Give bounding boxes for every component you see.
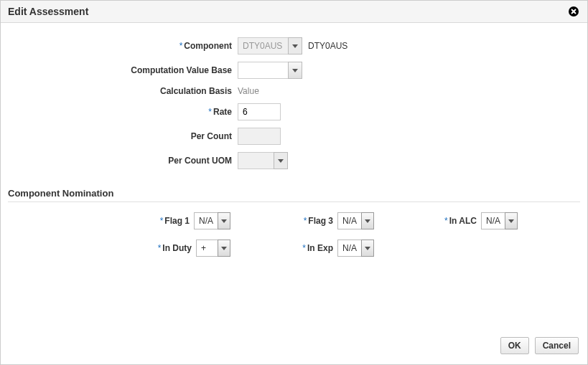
label-flag3: *Flag 3 xyxy=(259,216,337,226)
in-duty-value: + xyxy=(196,240,218,257)
label-in-exp: *In Exp xyxy=(259,243,337,253)
component-input xyxy=(238,37,288,54)
chevron-down-icon xyxy=(292,44,298,48)
label-comp-value-base: Computation Value Base xyxy=(8,65,238,75)
chevron-down-icon xyxy=(221,247,227,250)
nomination-grid: *Flag 1 N/A *Flag 3 N/A *In ALC xyxy=(8,212,580,257)
comp-value-base-input[interactable] xyxy=(238,62,288,79)
required-marker: * xyxy=(208,107,213,117)
in-alc-value: N/A xyxy=(481,212,505,229)
row-per-count-uom: Per Count UOM xyxy=(8,152,580,169)
in-alc-dropdown-button[interactable] xyxy=(505,212,518,229)
per-count-uom-input xyxy=(238,152,274,169)
in-exp-dropdown-button[interactable] xyxy=(361,240,374,257)
label-calc-basis: Calculation Basis xyxy=(8,86,238,96)
cancel-button[interactable]: Cancel xyxy=(535,337,579,354)
label-flag1: *Flag 1 xyxy=(116,216,194,226)
chevron-down-icon xyxy=(365,247,370,250)
per-count-input xyxy=(238,128,281,145)
nom-flag3: *Flag 3 N/A xyxy=(259,212,374,229)
chevron-down-icon xyxy=(508,219,514,223)
chevron-down-icon xyxy=(365,219,370,223)
flag3-select[interactable]: N/A xyxy=(337,212,374,229)
chevron-down-icon xyxy=(292,69,298,72)
flag1-select[interactable]: N/A xyxy=(194,212,230,229)
flag3-value: N/A xyxy=(337,212,361,229)
row-component: *Component DTY0AUS xyxy=(8,37,580,54)
in-duty-dropdown-button[interactable] xyxy=(218,240,230,257)
row-per-count: Per Count xyxy=(8,128,580,145)
calc-basis-value: Value xyxy=(238,86,259,96)
component-display: DTY0AUS xyxy=(308,41,347,51)
ok-button[interactable]: OK xyxy=(500,337,529,354)
chevron-down-icon xyxy=(278,159,284,163)
flag3-dropdown-button[interactable] xyxy=(361,212,374,229)
close-button[interactable] xyxy=(567,5,580,18)
form-region: *Component DTY0AUS Computation Value Bas… xyxy=(8,30,580,184)
row-comp-value-base: Computation Value Base xyxy=(8,62,580,79)
label-per-count: Per Count xyxy=(8,131,238,141)
in-exp-select[interactable]: N/A xyxy=(337,240,374,257)
edit-assessment-dialog: Edit Assessment *Component xyxy=(0,0,588,365)
dialog-content: *Component DTY0AUS Computation Value Bas… xyxy=(1,23,587,330)
label-rate: *Rate xyxy=(8,107,238,117)
comp-value-base-dropdown-button[interactable] xyxy=(288,62,302,79)
section-component-nomination: Component Nomination xyxy=(8,184,580,202)
nom-in-duty: *In Duty + xyxy=(116,240,230,257)
flag1-value: N/A xyxy=(194,212,218,229)
component-dropdown-button xyxy=(288,37,302,54)
flag1-dropdown-button[interactable] xyxy=(218,212,230,229)
per-count-uom-dropdown-button xyxy=(274,152,288,169)
value-component: DTY0AUS xyxy=(238,37,347,54)
close-icon xyxy=(568,6,579,17)
label-per-count-uom: Per Count UOM xyxy=(8,156,238,166)
in-duty-select[interactable]: + xyxy=(196,240,230,257)
chevron-down-icon xyxy=(221,219,227,223)
in-exp-value: N/A xyxy=(337,240,361,257)
component-combo xyxy=(238,37,302,54)
label-in-duty: *In Duty xyxy=(116,243,196,253)
required-marker: * xyxy=(444,216,449,226)
row-calc-basis: Calculation Basis Value xyxy=(8,86,580,96)
in-alc-select[interactable]: N/A xyxy=(481,212,518,229)
titlebar: Edit Assessment xyxy=(1,1,587,23)
nom-flag1: *Flag 1 N/A xyxy=(116,212,230,229)
label-component: *Component xyxy=(8,41,238,51)
required-marker: * xyxy=(302,243,307,253)
nom-in-alc: *In ALC N/A xyxy=(403,212,518,229)
nom-in-exp: *In Exp N/A xyxy=(259,240,374,257)
row-rate: *Rate xyxy=(8,103,580,120)
per-count-uom-combo xyxy=(238,152,288,169)
comp-value-base-combo[interactable] xyxy=(238,62,302,79)
dialog-title: Edit Assessment xyxy=(8,6,88,17)
label-in-alc: *In ALC xyxy=(403,216,481,226)
dialog-footer: OK Cancel xyxy=(1,330,587,364)
rate-input[interactable] xyxy=(238,103,281,120)
